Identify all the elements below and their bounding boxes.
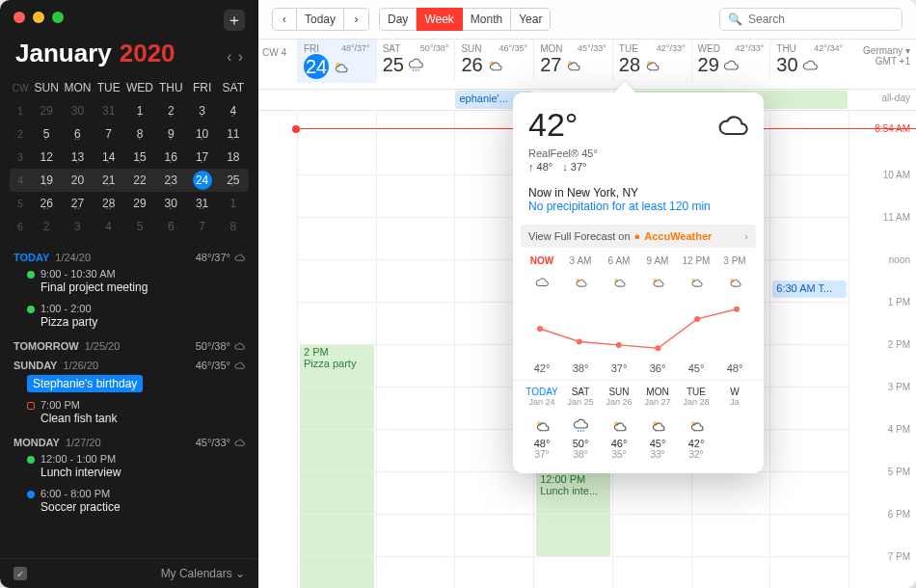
mini-day[interactable]: 29 xyxy=(31,104,62,118)
hi-lo: ↑ 48° ↓ 37° xyxy=(513,159,764,180)
day-header[interactable]: MON45°/33° 27 xyxy=(533,40,612,80)
chevron-down-icon: ⌄ xyxy=(235,567,245,580)
mini-day[interactable]: 13• xyxy=(62,150,93,164)
filter-checkbox[interactable]: ✓ xyxy=(13,567,27,580)
mini-day[interactable]: 1• xyxy=(124,104,155,118)
mini-day[interactable]: 25• xyxy=(218,174,249,187)
hour-label: 11 AM xyxy=(883,212,910,223)
prev-button[interactable]: ‹ xyxy=(272,8,297,31)
next-month-button[interactable]: › xyxy=(238,48,243,66)
mini-day[interactable]: 8 xyxy=(218,220,249,233)
timezone-label[interactable]: Germany ▾GMT +1 xyxy=(849,40,916,72)
mini-day[interactable]: 24•• xyxy=(186,171,217,190)
agenda-event[interactable]: 1:00 - 2:00 Pizza party xyxy=(13,298,245,333)
agenda-event[interactable]: 7:00 PM Clean fish tank xyxy=(13,394,245,429)
mini-day[interactable]: 5 xyxy=(124,220,155,233)
calendars-dropdown[interactable]: My Calendars ⌄ xyxy=(161,567,245,580)
mini-day[interactable]: 22 xyxy=(124,174,155,187)
mini-day[interactable]: 23• xyxy=(155,174,186,187)
mini-day[interactable]: 5• xyxy=(31,127,62,141)
mini-day[interactable]: 30 xyxy=(62,104,93,118)
mini-day[interactable]: 7 xyxy=(186,220,217,233)
minimize-window-icon[interactable] xyxy=(33,12,44,23)
hour-label: 10 AM xyxy=(883,170,910,180)
current-temp: 42° xyxy=(528,106,578,144)
sidebar: ＋ January 2020 ‹ › CWSUNMONTUEWEDTHUFRIS… xyxy=(0,0,258,588)
mini-day[interactable]: 1 xyxy=(218,197,249,210)
day-header[interactable]: TUE42°/33° 28 xyxy=(612,40,691,80)
mini-day[interactable]: 18 xyxy=(218,150,249,164)
precip-link[interactable]: No precipitation for at least 120 min xyxy=(513,200,764,221)
day-column[interactable]: 6:30 AM T... xyxy=(769,111,849,588)
day-header[interactable]: SAT50°/38° 25 xyxy=(376,40,455,80)
mini-day[interactable]: 4 xyxy=(94,220,124,233)
mini-day[interactable]: 8• xyxy=(124,127,155,141)
mini-day[interactable]: 12 xyxy=(31,150,62,164)
view-week-button[interactable]: Week xyxy=(417,8,462,31)
svg-line-20 xyxy=(580,430,581,432)
day-column[interactable]: 2 PMPizza party xyxy=(297,111,376,588)
hour-label: 2 PM xyxy=(888,339,910,350)
mini-day[interactable]: 27•• xyxy=(62,197,93,210)
event-thu[interactable]: 6:30 AM T... xyxy=(772,281,847,298)
next-button[interactable]: › xyxy=(344,8,369,31)
year-label: 2020 xyxy=(120,39,175,68)
mini-day[interactable]: 2• xyxy=(155,104,186,118)
today-button[interactable]: Today xyxy=(297,8,344,31)
mini-day[interactable]: 31•• xyxy=(186,197,217,210)
search-input[interactable] xyxy=(748,13,894,26)
view-year-button[interactable]: Year xyxy=(511,8,551,31)
hour-label: 5 PM xyxy=(888,467,910,477)
mini-day[interactable]: 29 xyxy=(124,197,155,210)
mini-day[interactable]: 2 xyxy=(31,220,62,233)
view-day-button[interactable]: Day xyxy=(379,8,417,31)
mini-day[interactable]: 28•• xyxy=(94,197,124,210)
mini-day[interactable]: 3• xyxy=(186,104,217,118)
mini-day[interactable]: 15• xyxy=(124,150,155,164)
window-controls xyxy=(0,0,258,35)
event-pizza[interactable]: 2 PMPizza party xyxy=(300,344,374,588)
daily-lo: 37°38°35°33°32° xyxy=(513,449,764,466)
mini-day[interactable]: 31 xyxy=(94,104,124,118)
allday-pill[interactable]: Stephanie's birthday xyxy=(27,375,143,392)
zoom-window-icon[interactable] xyxy=(52,12,64,23)
mini-day[interactable]: 6 xyxy=(155,220,186,233)
mini-day[interactable]: 30• xyxy=(155,197,186,210)
mini-day[interactable]: 20 xyxy=(62,174,93,187)
hourly-chart xyxy=(526,295,750,362)
mini-day[interactable]: 7 xyxy=(94,127,124,141)
full-forecast-link[interactable]: View Full Forecast on ● AccuWeather › xyxy=(521,225,756,248)
close-window-icon[interactable] xyxy=(13,12,25,23)
mini-day[interactable]: 14• xyxy=(94,150,124,164)
mini-day[interactable]: 4• xyxy=(218,104,249,118)
mini-day[interactable]: 21• xyxy=(94,174,124,187)
prev-month-button[interactable]: ‹ xyxy=(227,48,231,66)
mini-day[interactable]: 16• xyxy=(155,150,186,164)
day-header[interactable]: FRI48°/37° 24 xyxy=(297,40,376,83)
day-header[interactable]: SUN46°/35° 26 xyxy=(454,40,533,80)
mini-day[interactable]: 26•• xyxy=(31,197,62,210)
svg-line-2 xyxy=(416,69,417,71)
month-label: January xyxy=(15,39,112,68)
agenda-event[interactable]: 6:00 - 8:00 PM Soccer practice xyxy=(13,483,245,518)
day-header[interactable]: WED42°/33° 29 xyxy=(691,40,770,80)
search-field[interactable]: 🔍 xyxy=(719,8,903,31)
agenda-day: SUNDAY1/26/2046°/35° Stephanie's birthda… xyxy=(0,354,258,431)
hour-label: noon xyxy=(889,254,910,265)
mini-day[interactable]: 10• xyxy=(186,127,217,141)
agenda-event[interactable]: 9:00 - 10:30 AM Final project meeting xyxy=(13,263,245,298)
mini-day[interactable]: 19• xyxy=(31,174,62,187)
hour-label: 3 PM xyxy=(888,382,910,392)
mini-day[interactable]: 6•• xyxy=(62,127,93,141)
mini-day[interactable]: 9• xyxy=(155,127,186,141)
agenda-event[interactable]: 12:00 - 1:00 PM Lunch interview xyxy=(13,448,245,483)
day-header[interactable]: THU42°/34° 30 xyxy=(769,40,849,80)
add-event-button[interactable]: ＋ xyxy=(224,10,245,31)
view-month-button[interactable]: Month xyxy=(463,8,511,31)
mini-calendar[interactable]: CWSUNMONTUEWEDTHUFRISAT12930311•2•3•4•25… xyxy=(0,76,258,244)
mini-day[interactable]: 17• xyxy=(186,150,217,164)
svg-line-19 xyxy=(578,430,579,432)
mini-day[interactable]: 3 xyxy=(62,220,93,233)
day-column[interactable] xyxy=(376,111,455,588)
mini-day[interactable]: 11• xyxy=(218,127,249,141)
